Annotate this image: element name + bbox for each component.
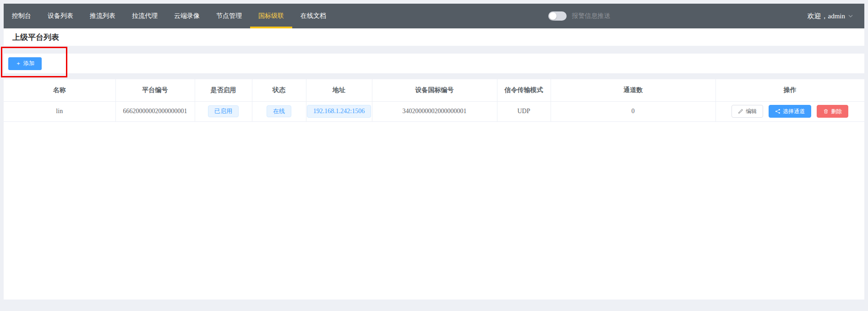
delete-button-label: 删除 — [831, 108, 842, 115]
plus-icon: ＋ — [16, 60, 21, 67]
nav-item-node-manage[interactable]: 节点管理 — [208, 4, 250, 28]
cell-enabled: 已启用 — [195, 101, 252, 121]
top-nav: 控制台 设备列表 推流列表 拉流代理 云端录像 节点管理 国标级联 在线文档 报… — [4, 4, 864, 28]
col-header-address: 地址 — [306, 79, 372, 101]
nav-item-gb-cascade[interactable]: 国标级联 — [250, 4, 292, 28]
share-icon — [775, 109, 781, 114]
cell-status: 在线 — [252, 101, 306, 121]
nav-item-online-docs[interactable]: 在线文档 — [292, 4, 334, 28]
col-header-device-gb-id: 设备国标编号 — [372, 79, 497, 101]
nav-item-pull-proxy[interactable]: 拉流代理 — [124, 4, 166, 28]
spacer — [4, 73, 864, 79]
edit-button[interactable]: 编辑 — [732, 105, 763, 118]
enabled-badge: 已启用 — [208, 105, 239, 117]
cell-channel-count: 0 — [551, 101, 715, 121]
col-header-name: 名称 — [4, 79, 115, 101]
toolbar: ＋ 添加 — [4, 54, 864, 73]
table-header-row: 名称 平台编号 是否启用 状态 地址 设备国标编号 信令传输模式 通道数 操作 — [4, 79, 864, 101]
add-button[interactable]: ＋ 添加 — [8, 57, 42, 70]
platform-table: 名称 平台编号 是否启用 状态 地址 设备国标编号 信令传输模式 通道数 操作 … — [4, 79, 864, 122]
nav-item-console[interactable]: 控制台 — [4, 4, 39, 28]
delete-button[interactable]: 删除 — [817, 105, 848, 118]
cell-actions: 编辑 选择通道 — [715, 101, 864, 121]
nav-item-device-list[interactable]: 设备列表 — [39, 4, 82, 28]
page-title: 上级平台列表 — [12, 32, 59, 43]
trash-icon — [823, 109, 829, 114]
address-badge: 192.168.1.242:1506 — [307, 105, 371, 117]
col-header-transport: 信令传输模式 — [497, 79, 551, 101]
edit-button-label: 编辑 — [746, 108, 757, 115]
nav-item-push-list[interactable]: 推流列表 — [82, 4, 124, 28]
app-shell: 控制台 设备列表 推流列表 拉流代理 云端录像 节点管理 国标级联 在线文档 报… — [4, 4, 864, 300]
cell-device-gb-id: 34020000002000000001 — [372, 101, 497, 121]
table-row: lin 66620000002000000001 已启用 在线 192.168.… — [4, 101, 864, 121]
spacer — [4, 46, 864, 54]
add-button-label: 添加 — [23, 60, 34, 67]
alarm-push-group: 报警信息推送 — [548, 4, 611, 28]
platform-table-card: 名称 平台编号 是否启用 状态 地址 设备国标编号 信令传输模式 通道数 操作 … — [4, 79, 864, 300]
alarm-push-toggle[interactable] — [548, 11, 567, 21]
col-header-actions: 操作 — [715, 79, 864, 101]
status-badge: 在线 — [267, 105, 291, 117]
title-bar: 上级平台列表 — [4, 28, 864, 46]
alarm-push-label: 报警信息推送 — [572, 12, 611, 20]
user-menu[interactable]: 欢迎，admin — [808, 4, 865, 28]
cell-platform-id: 66620000002000000001 — [115, 101, 195, 121]
col-header-status: 状态 — [252, 79, 306, 101]
col-header-enabled: 是否启用 — [195, 79, 252, 101]
welcome-text: 欢迎，admin — [808, 12, 846, 21]
chevron-down-icon — [848, 13, 853, 19]
col-header-channel-count: 通道数 — [551, 79, 715, 101]
pencil-icon — [738, 109, 743, 114]
col-header-platform-id: 平台编号 — [115, 79, 195, 101]
cell-address: 192.168.1.242:1506 — [306, 101, 372, 121]
cell-transport: UDP — [497, 101, 551, 121]
select-channel-button[interactable]: 选择通道 — [769, 105, 811, 118]
select-channel-label: 选择通道 — [783, 108, 805, 115]
nav-item-cloud-record[interactable]: 云端录像 — [166, 4, 208, 28]
cell-name: lin — [4, 101, 115, 121]
